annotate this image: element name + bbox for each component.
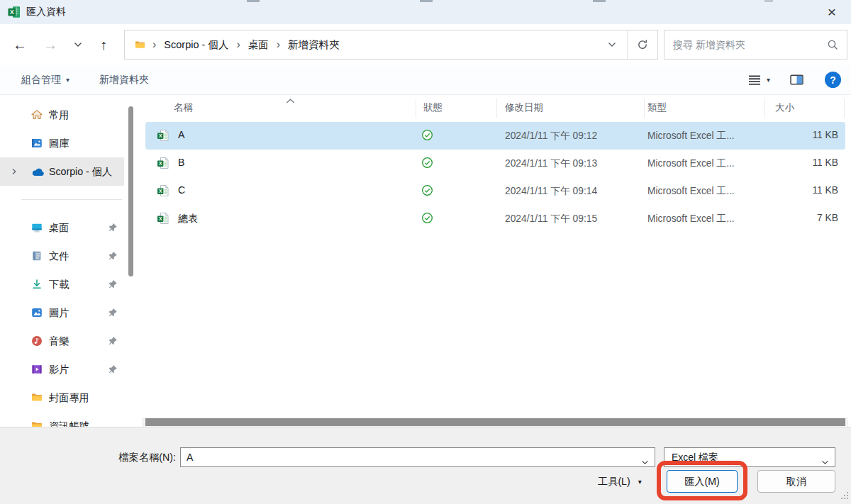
- cancel-button[interactable]: 取消: [757, 470, 835, 493]
- file-list: 名稱 狀態 修改日期 類型 大小 X: [139, 95, 851, 427]
- breadcrumb-separator: ›: [152, 39, 156, 50]
- close-icon[interactable]: ×: [817, 0, 847, 24]
- search-input[interactable]: [664, 39, 827, 50]
- column-header-row: 名稱 狀態 修改日期 類型 大小: [139, 95, 851, 121]
- home-icon: [31, 109, 43, 121]
- chevron-down-icon: ▾: [66, 76, 69, 84]
- search-box: [664, 30, 847, 60]
- refresh-icon[interactable]: [628, 30, 657, 59]
- svg-text:X: X: [159, 133, 162, 138]
- chevron-down-icon[interactable]: [641, 455, 649, 468]
- filetype-select[interactable]: Excel 檔案: [664, 447, 835, 467]
- column-divider[interactable]: [416, 99, 416, 118]
- column-header-date[interactable]: 修改日期: [505, 101, 543, 114]
- window-title: 匯入資料: [26, 6, 66, 18]
- history-chevron-icon[interactable]: [67, 33, 89, 56]
- file-row-c[interactable]: X C 2024/1/11 下午 09:14 Microsoft Excel 工…: [145, 177, 845, 205]
- breadcrumb-separator: ›: [236, 39, 240, 50]
- breadcrumb-current-folder[interactable]: 新增資料夾: [287, 38, 341, 52]
- organize-button[interactable]: 組合管理 ▾: [21, 74, 69, 86]
- title-bar: X 匯入資料 ×: [0, 0, 851, 24]
- sidebar-item-pictures[interactable]: 圖片: [0, 298, 124, 327]
- pin-icon[interactable]: [108, 251, 118, 261]
- status-synced-icon: [421, 129, 433, 144]
- column-divider[interactable]: [844, 99, 845, 118]
- file-row-summary[interactable]: X 總表 2024/1/11 下午 09:15 Microsoft Excel …: [145, 205, 845, 233]
- folder-icon: [31, 392, 43, 403]
- music-icon: [31, 335, 43, 347]
- column-header-type[interactable]: 類型: [647, 101, 667, 114]
- search-icon[interactable]: [827, 39, 838, 50]
- navigation-bar: ← → ↑ › Scorpio - 個人 › 桌面 › 新增資料夾: [0, 24, 851, 65]
- excel-app-icon: X: [8, 6, 21, 18]
- sidebar-item-documents[interactable]: 文件: [0, 242, 124, 270]
- preview-pane-icon[interactable]: [784, 69, 809, 91]
- sidebar-item-info-account[interactable]: 資訊帳號: [0, 412, 124, 427]
- sidebar-scrollbar[interactable]: [128, 106, 133, 276]
- up-button[interactable]: ↑: [92, 33, 115, 56]
- downloads-icon: [31, 279, 43, 290]
- import-data-dialog: X 匯入資料 × ← → ↑ › Scorpio - 個人 › 桌面 › 新增資…: [0, 0, 851, 504]
- svg-text:X: X: [159, 161, 162, 166]
- status-synced-icon: [421, 212, 433, 227]
- sidebar-item-onedrive[interactable]: Scorpio - 個人: [0, 157, 124, 186]
- expand-chevron-icon[interactable]: [11, 168, 18, 175]
- address-bar[interactable]: › Scorpio - 個人 › 桌面 › 新增資料夾: [124, 30, 658, 60]
- tools-dropdown[interactable]: 工具(L) ▾: [598, 470, 642, 493]
- sidebar-item-music[interactable]: 音樂: [0, 327, 124, 355]
- column-header-name[interactable]: 名稱: [174, 101, 193, 114]
- pin-icon[interactable]: [108, 308, 118, 318]
- resize-grip[interactable]: [840, 490, 849, 503]
- pin-icon[interactable]: [108, 223, 118, 233]
- column-divider[interactable]: [764, 99, 765, 118]
- svg-text:X: X: [159, 216, 162, 221]
- filetype-value: Excel 檔案: [664, 448, 835, 466]
- videos-icon: [31, 364, 43, 375]
- background-artifact: [247, 0, 260, 2]
- dialog-footer: 檔案名稱(N): Excel 檔案 工具(L) ▾ 匯入(M) 取消: [0, 427, 851, 504]
- forward-button[interactable]: →: [39, 33, 62, 56]
- sidebar-item-gallery[interactable]: 圖庫: [0, 129, 124, 157]
- file-row-a[interactable]: X A 2024/1/11 下午 09:12 Microsoft Excel 工…: [145, 122, 845, 150]
- column-divider[interactable]: [644, 99, 645, 118]
- sort-ascending-icon: [286, 95, 295, 106]
- back-button[interactable]: ←: [9, 33, 31, 56]
- column-divider[interactable]: [496, 99, 497, 118]
- view-dropdown-icon[interactable]: ▾: [767, 76, 774, 84]
- pin-icon[interactable]: [108, 336, 118, 346]
- sidebar-item-desktop[interactable]: 桌面: [0, 213, 124, 242]
- navigation-sidebar: 常用 圖庫: [0, 95, 139, 427]
- sidebar-divider: [21, 199, 122, 200]
- horizontal-scrollbar-thumb[interactable]: [145, 418, 845, 426]
- help-icon[interactable]: ?: [825, 72, 841, 88]
- chevron-down-icon: [821, 455, 829, 468]
- excel-file-icon: X: [157, 212, 169, 228]
- pin-icon[interactable]: [108, 279, 118, 289]
- filename-input[interactable]: [181, 448, 655, 466]
- background-artifact: [593, 0, 606, 2]
- file-row-b[interactable]: X B 2024/1/11 下午 09:13 Microsoft Excel 工…: [145, 150, 845, 177]
- import-button[interactable]: 匯入(M): [667, 470, 738, 493]
- svg-text:X: X: [10, 9, 14, 16]
- pictures-icon: [31, 307, 43, 318]
- new-folder-button[interactable]: 新增資料夾: [99, 74, 149, 86]
- breadcrumb-desktop[interactable]: 桌面: [247, 38, 270, 52]
- pin-icon[interactable]: [108, 364, 118, 374]
- sidebar-item-videos[interactable]: 影片: [0, 355, 124, 383]
- command-toolbar: 組合管理 ▾ 新增資料夾 ▾ ?: [0, 65, 851, 95]
- desktop-icon: [31, 222, 43, 233]
- excel-file-icon: X: [157, 129, 169, 145]
- sidebar-item-downloads[interactable]: 下載: [0, 270, 124, 298]
- sidebar-item-cover-folder[interactable]: 封面專用: [0, 383, 124, 412]
- column-header-status[interactable]: 狀態: [423, 101, 443, 114]
- breadcrumb-onedrive[interactable]: Scorpio - 個人: [162, 38, 230, 52]
- horizontal-scrollbar: [142, 418, 848, 427]
- list-view-icon[interactable]: [742, 69, 767, 91]
- column-header-size[interactable]: 大小: [775, 101, 794, 114]
- documents-icon: [31, 250, 43, 262]
- background-artifact: [764, 0, 773, 2]
- sidebar-item-home[interactable]: 常用: [0, 101, 124, 129]
- status-synced-icon: [421, 157, 433, 172]
- onedrive-icon: [31, 167, 45, 177]
- address-dropdown-icon[interactable]: [597, 30, 627, 59]
